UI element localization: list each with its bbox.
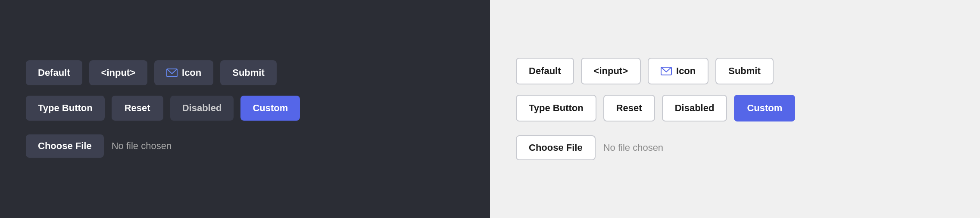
dark-row-1: Default <input> Icon Submit bbox=[26, 60, 277, 85]
dark-icon-label: Icon bbox=[182, 67, 201, 78]
light-input-button[interactable]: <input> bbox=[581, 58, 641, 84]
dark-file-text: No file chosen bbox=[112, 140, 172, 152]
light-default-button[interactable]: Default bbox=[516, 58, 574, 84]
dark-custom-label: Custom bbox=[253, 103, 288, 114]
dark-choose-file-label: Choose File bbox=[38, 140, 92, 151]
light-reset-button[interactable]: Reset bbox=[603, 95, 655, 121]
mail-icon-light bbox=[661, 67, 672, 75]
dark-choose-file-button[interactable]: Choose File bbox=[26, 134, 104, 158]
light-icon-label: Icon bbox=[676, 65, 696, 77]
dark-custom-button[interactable]: Custom bbox=[240, 96, 300, 121]
light-row-1: Default <input> Icon Submit bbox=[516, 58, 774, 84]
light-custom-label: Custom bbox=[747, 103, 782, 114]
light-typebutton-button[interactable]: Type Button bbox=[516, 95, 596, 121]
light-reset-label: Reset bbox=[616, 103, 642, 114]
light-disabled-button[interactable]: Disabled bbox=[662, 95, 727, 121]
light-input-label: <input> bbox=[594, 65, 628, 77]
dark-input-button[interactable]: <input> bbox=[89, 60, 147, 85]
dark-disabled-button[interactable]: Disabled bbox=[170, 96, 234, 121]
light-submit-button[interactable]: Submit bbox=[715, 58, 774, 84]
light-file-text: No file chosen bbox=[603, 142, 663, 153]
dark-submit-label: Submit bbox=[232, 67, 265, 78]
dark-file-row: Choose File No file chosen bbox=[26, 134, 172, 158]
dark-icon-button[interactable]: Icon bbox=[154, 60, 213, 85]
light-custom-button[interactable]: Custom bbox=[734, 95, 795, 121]
dark-panel: Default <input> Icon Submit Type Button … bbox=[0, 0, 490, 218]
light-file-row: Choose File No file chosen bbox=[516, 135, 663, 160]
dark-typebutton-button[interactable]: Type Button bbox=[26, 96, 105, 121]
dark-disabled-label: Disabled bbox=[182, 103, 222, 114]
light-default-label: Default bbox=[529, 65, 561, 77]
light-submit-label: Submit bbox=[728, 65, 761, 77]
light-choose-file-button[interactable]: Choose File bbox=[516, 135, 596, 160]
light-icon-button[interactable]: Icon bbox=[648, 58, 708, 84]
dark-reset-label: Reset bbox=[125, 103, 150, 114]
dark-reset-button[interactable]: Reset bbox=[112, 96, 163, 121]
dark-typebutton-label: Type Button bbox=[38, 103, 93, 114]
light-panel: Default <input> Icon Submit Type Button … bbox=[490, 0, 980, 218]
mail-icon bbox=[166, 69, 178, 77]
dark-row-2: Type Button Reset Disabled Custom bbox=[26, 96, 300, 121]
dark-default-label: Default bbox=[38, 67, 70, 78]
light-row-2: Type Button Reset Disabled Custom bbox=[516, 95, 795, 121]
light-choose-file-label: Choose File bbox=[529, 142, 583, 153]
dark-input-label: <input> bbox=[101, 67, 135, 78]
light-typebutton-label: Type Button bbox=[529, 103, 584, 114]
dark-default-button[interactable]: Default bbox=[26, 60, 82, 85]
dark-submit-button[interactable]: Submit bbox=[220, 60, 277, 85]
light-disabled-label: Disabled bbox=[675, 103, 715, 114]
